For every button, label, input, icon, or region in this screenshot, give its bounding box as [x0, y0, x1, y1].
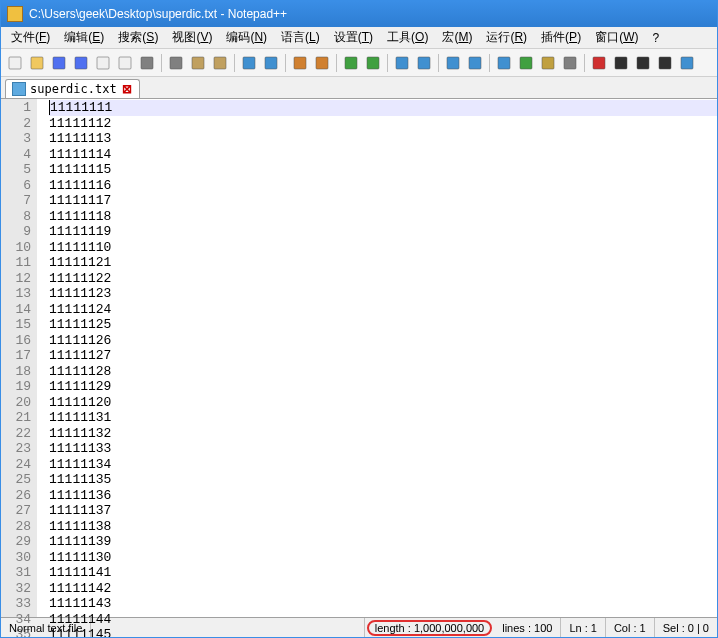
undo-icon[interactable]: [239, 53, 259, 73]
menu-N[interactable]: 编码(N): [220, 27, 273, 48]
editor-line[interactable]: 11111142: [49, 581, 717, 597]
line-number-gutter: 1234567891011121314151617181920212223242…: [1, 99, 37, 617]
menu-P[interactable]: 插件(P): [535, 27, 587, 48]
folder-icon[interactable]: [538, 53, 558, 73]
svg-rect-10: [243, 57, 255, 69]
menu-F[interactable]: 文件(F): [5, 27, 56, 48]
sync-h-icon[interactable]: [414, 53, 434, 73]
editor-line[interactable]: 11111121: [49, 255, 717, 271]
svg-rect-13: [316, 57, 328, 69]
editor-line[interactable]: 11111123: [49, 286, 717, 302]
file-icon: [12, 82, 26, 96]
show-all-icon[interactable]: [465, 53, 485, 73]
new-file-icon[interactable]: [5, 53, 25, 73]
save-macro-icon[interactable]: [677, 53, 697, 73]
zoom-in-icon[interactable]: [341, 53, 361, 73]
monitor-icon[interactable]: [560, 53, 580, 73]
save-all-icon[interactable]: [71, 53, 91, 73]
line-number: 7: [1, 193, 31, 209]
svg-rect-28: [681, 57, 693, 69]
editor-line[interactable]: 11111113: [49, 131, 717, 147]
save-icon[interactable]: [49, 53, 69, 73]
menu-R[interactable]: 运行(R): [480, 27, 533, 48]
editor-line[interactable]: 11111117: [49, 193, 717, 209]
editor-line[interactable]: 11111136: [49, 488, 717, 504]
menu-S[interactable]: 搜索(S): [112, 27, 164, 48]
editor-line[interactable]: 11111143: [49, 596, 717, 612]
editor-line[interactable]: 11111128: [49, 364, 717, 380]
editor-line[interactable]: 11111137: [49, 503, 717, 519]
menu-M[interactable]: 宏(M): [436, 27, 478, 48]
editor-line[interactable]: 11111124: [49, 302, 717, 318]
editor-line[interactable]: 11111141: [49, 565, 717, 581]
editor-line[interactable]: 11111144: [49, 612, 717, 628]
menu-help[interactable]: ?: [646, 29, 665, 47]
menu-T[interactable]: 设置(T): [328, 27, 379, 48]
svg-rect-6: [141, 57, 153, 69]
editor-line[interactable]: 11111138: [49, 519, 717, 535]
editor-line[interactable]: 11111132: [49, 426, 717, 442]
editor-line[interactable]: 11111110: [49, 240, 717, 256]
editor-line[interactable]: 11111134: [49, 457, 717, 473]
line-number: 20: [1, 395, 31, 411]
editor[interactable]: 1234567891011121314151617181920212223242…: [1, 99, 717, 617]
menu-O[interactable]: 工具(O): [381, 27, 434, 48]
open-file-icon[interactable]: [27, 53, 47, 73]
zoom-out-icon[interactable]: [363, 53, 383, 73]
cut-icon[interactable]: [166, 53, 186, 73]
find-icon[interactable]: [290, 53, 310, 73]
editor-line[interactable]: 11111119: [49, 224, 717, 240]
editor-line[interactable]: 11111115: [49, 162, 717, 178]
editor-line[interactable]: 11111135: [49, 472, 717, 488]
svg-rect-11: [265, 57, 277, 69]
play-multi-icon[interactable]: [655, 53, 675, 73]
editor-line[interactable]: 11111127: [49, 348, 717, 364]
close-all-icon[interactable]: [115, 53, 135, 73]
editor-line[interactable]: 11111114: [49, 147, 717, 163]
editor-line[interactable]: 11111129: [49, 379, 717, 395]
editor-line[interactable]: 11111116: [49, 178, 717, 194]
line-number: 22: [1, 426, 31, 442]
paste-icon[interactable]: [210, 53, 230, 73]
line-number: 13: [1, 286, 31, 302]
svg-rect-2: [53, 57, 65, 69]
print-icon[interactable]: [137, 53, 157, 73]
editor-line[interactable]: 11111125: [49, 317, 717, 333]
editor-line[interactable]: 11111112: [49, 116, 717, 132]
indent-guide-icon[interactable]: [494, 53, 514, 73]
lang-icon[interactable]: [516, 53, 536, 73]
toolbar: [1, 49, 717, 77]
svg-rect-9: [214, 57, 226, 69]
sync-v-icon[interactable]: [392, 53, 412, 73]
close-icon[interactable]: [93, 53, 113, 73]
svg-rect-5: [119, 57, 131, 69]
menu-L[interactable]: 语言(L): [275, 27, 326, 48]
line-number: 25: [1, 472, 31, 488]
editor-line[interactable]: 11111118: [49, 209, 717, 225]
redo-icon[interactable]: [261, 53, 281, 73]
editor-line[interactable]: 11111120: [49, 395, 717, 411]
editor-line[interactable]: 11111111: [49, 100, 717, 116]
wrap-icon[interactable]: [443, 53, 463, 73]
record-icon[interactable]: [589, 53, 609, 73]
editor-line[interactable]: 11111130: [49, 550, 717, 566]
menu-V[interactable]: 视图(V): [166, 27, 218, 48]
editor-line[interactable]: 11111131: [49, 410, 717, 426]
replace-icon[interactable]: [312, 53, 332, 73]
menu-E[interactable]: 编辑(E): [58, 27, 110, 48]
editor-line[interactable]: 11111122: [49, 271, 717, 287]
editor-content[interactable]: 1111111111111112111111131111111411111115…: [37, 99, 717, 617]
editor-line[interactable]: 11111126: [49, 333, 717, 349]
tab-superdic[interactable]: superdic.txt ⊠: [5, 79, 140, 98]
stop-icon[interactable]: [611, 53, 631, 73]
line-number: 30: [1, 550, 31, 566]
editor-line[interactable]: 11111133: [49, 441, 717, 457]
editor-line[interactable]: 11111145: [49, 627, 717, 638]
copy-icon[interactable]: [188, 53, 208, 73]
play-icon[interactable]: [633, 53, 653, 73]
menu-W[interactable]: 窗口(W): [589, 27, 644, 48]
editor-line[interactable]: 11111139: [49, 534, 717, 550]
tab-close-icon[interactable]: ⊠: [121, 83, 133, 95]
line-number: 1: [1, 100, 31, 116]
line-number: 6: [1, 178, 31, 194]
